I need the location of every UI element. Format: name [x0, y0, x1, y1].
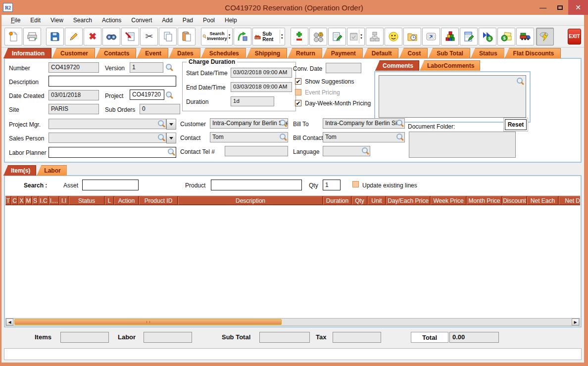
column-header-description[interactable]: Description: [178, 196, 323, 205]
show-suggestions-checkbox[interactable]: ✔: [295, 78, 301, 85]
sales-person-dropdown[interactable]: [166, 133, 176, 143]
project-mgr-search-icon[interactable]: [157, 120, 165, 128]
bill-contact-field[interactable]: Tom: [323, 132, 405, 142]
menu-pool[interactable]: Pool: [198, 16, 219, 25]
add-remove-lines-button[interactable]: [291, 28, 308, 46]
menu-view[interactable]: View: [46, 16, 68, 25]
find-button[interactable]: [102, 28, 120, 46]
column-header-unit[interactable]: Unit: [368, 196, 386, 205]
column-header-month-price[interactable]: Month Price: [467, 196, 502, 205]
tab-labor[interactable]: Labor: [37, 165, 66, 176]
column-header-i-c[interactable]: I.C: [39, 196, 49, 205]
items-table-body[interactable]: [5, 205, 580, 318]
tab-schedules[interactable]: Schedules: [201, 48, 246, 58]
copy-button[interactable]: [159, 28, 177, 46]
paste-button[interactable]: [178, 28, 196, 46]
pool-button[interactable]: ?: [309, 28, 327, 46]
contact-tel-field[interactable]: [225, 146, 288, 156]
sub-rent-button[interactable]: Sub Rent ▾▾: [252, 28, 285, 46]
document-folder-box[interactable]: [409, 132, 516, 158]
column-header-action[interactable]: Action: [114, 196, 139, 205]
tab-customer[interactable]: Customer: [52, 48, 95, 58]
notes-button[interactable]: [328, 28, 346, 46]
tab-default[interactable]: Default: [363, 48, 399, 58]
column-header-discount[interactable]: Discount: [502, 196, 527, 205]
version-search-icon[interactable]: [165, 63, 173, 71]
tab-status[interactable]: Status: [471, 48, 504, 58]
hierarchy-button[interactable]: [366, 28, 384, 46]
labor-planner-search-icon[interactable]: [167, 148, 175, 156]
tab-flat-discounts[interactable]: Flat Discounts: [505, 48, 561, 58]
menu-convert[interactable]: Convert: [127, 16, 156, 25]
menu-add[interactable]: Add: [157, 16, 177, 25]
invoice-button[interactable]: $: [497, 28, 515, 46]
column-header-net-disc[interactable]: Net Disc: [559, 196, 580, 205]
menu-file[interactable]: File: [6, 16, 25, 25]
tab-payment[interactable]: Payment: [323, 48, 363, 58]
tab-cost[interactable]: Cost: [399, 48, 428, 58]
project-mgr-dropdown[interactable]: [166, 119, 176, 130]
tab-information[interactable]: Information: [3, 48, 51, 58]
description-input[interactable]: [49, 76, 176, 87]
column-header-i[interactable]: I....: [49, 196, 59, 205]
column-header-qty[interactable]: Qty: [352, 196, 367, 205]
reset-button[interactable]: Reset: [505, 119, 527, 130]
column-header-s[interactable]: S: [32, 196, 38, 205]
product-input[interactable]: [211, 180, 302, 190]
column-header-m[interactable]: M: [25, 196, 32, 205]
schedule-button[interactable]: ▾▾: [347, 28, 365, 46]
column-header-status[interactable]: Status: [69, 196, 104, 205]
bill-to-search-icon[interactable]: [396, 119, 404, 127]
column-header-duration[interactable]: Duration: [323, 196, 351, 205]
asset-input[interactable]: [82, 180, 139, 190]
scrollbar-thumb[interactable]: [14, 319, 282, 325]
column-header-l[interactable]: L: [105, 196, 114, 205]
tab-shipping[interactable]: Shipping: [246, 48, 287, 58]
project-search-icon[interactable]: [165, 91, 173, 99]
customer-search-icon[interactable]: [279, 119, 287, 127]
payment-transfer-button[interactable]: $: [479, 28, 496, 46]
menu-help[interactable]: Help: [220, 16, 242, 25]
project-field[interactable]: CO419720: [130, 90, 164, 100]
tab-contacts[interactable]: Contacts: [96, 48, 136, 58]
delivery-button[interactable]: [516, 28, 534, 46]
inventory-cubes-button[interactable]: [441, 28, 459, 46]
quick-action-button[interactable]: [536, 28, 554, 46]
project-mgr-field[interactable]: [49, 119, 166, 129]
cut-button[interactable]: ✂: [140, 28, 158, 46]
edit-button[interactable]: [65, 28, 83, 46]
schedule-dropdown[interactable]: ▾▾: [359, 30, 363, 44]
new-order-button[interactable]: [4, 28, 22, 46]
maximize-button[interactable]: [551, 0, 568, 15]
exit-button[interactable]: EXIT: [568, 29, 581, 45]
menu-actions[interactable]: Actions: [98, 16, 126, 25]
tab-return[interactable]: Return: [288, 48, 322, 58]
column-header-product-id[interactable]: Product ID: [139, 196, 178, 205]
day-week-month-pricing-checkbox[interactable]: ✔: [295, 100, 301, 106]
column-header-x[interactable]: X: [18, 196, 25, 205]
sales-person-field[interactable]: [49, 133, 166, 143]
history-folder-button[interactable]: [403, 28, 421, 46]
tab-labor-comments[interactable]: LaborComments: [420, 60, 480, 71]
scroll-left-button[interactable]: ◀: [6, 319, 13, 325]
print-button[interactable]: [23, 28, 41, 46]
column-header-net-each[interactable]: Net Each: [527, 196, 558, 205]
qty-input[interactable]: [323, 180, 341, 190]
labor-planner-field[interactable]: [49, 147, 176, 158]
column-header-c[interactable]: C: [11, 196, 18, 205]
search-inventory-dropdown[interactable]: ▾▾: [227, 30, 232, 44]
language-search-icon[interactable]: [361, 147, 369, 155]
bill-contact-search-icon[interactable]: [396, 133, 404, 141]
language-field[interactable]: [323, 146, 370, 156]
crew-button[interactable]: [385, 28, 402, 46]
close-button[interactable]: ✕: [568, 0, 588, 15]
delete-button[interactable]: ✖: [84, 28, 101, 46]
minimize-button[interactable]: —: [535, 0, 551, 15]
edit-document-button[interactable]: [460, 28, 478, 46]
menu-pad[interactable]: Pad: [178, 16, 197, 25]
bill-to-field[interactable]: Intra-Company for Berlin Site: [323, 118, 405, 129]
column-header-i-i[interactable]: I.I: [59, 196, 68, 205]
contact-search-icon[interactable]: [279, 133, 287, 141]
scroll-right-button[interactable]: ▶: [572, 319, 579, 325]
contact-field[interactable]: Tom: [210, 132, 288, 142]
